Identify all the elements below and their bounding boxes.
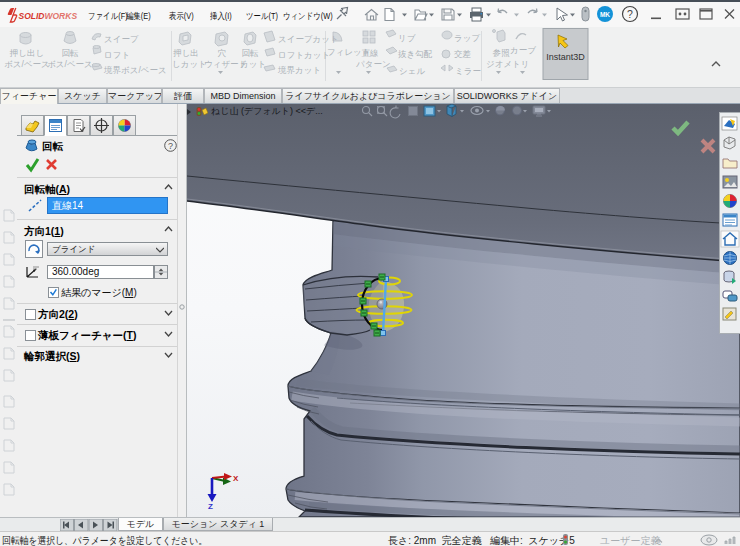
- svg-text:SOLIDWORKS: SOLIDWORKS: [19, 11, 78, 21]
- svg-text:Z: Z: [208, 502, 213, 511]
- svg-text:?: ?: [627, 8, 633, 20]
- svg-text:MK: MK: [600, 11, 610, 18]
- svg-text:?: ?: [168, 141, 173, 151]
- svg-text:X: X: [233, 474, 239, 483]
- svg-text:Instant3D: Instant3D: [546, 52, 585, 62]
